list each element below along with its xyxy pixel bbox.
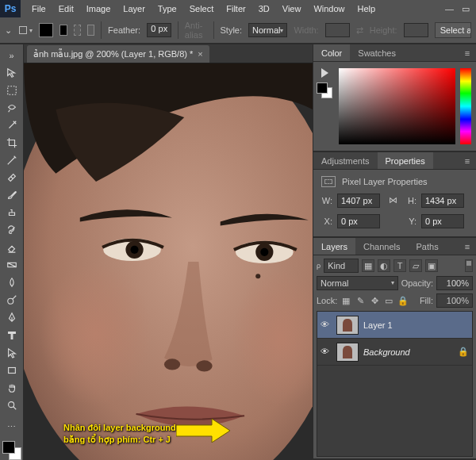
hue-slider[interactable] <box>460 68 471 144</box>
window-minimize-icon[interactable]: — <box>445 4 454 13</box>
prop-x-input[interactable]: 0 px <box>337 214 380 228</box>
layers-panel: Layers Channels Paths ≡ ρ Kind ▦ ◐ T ▱ <box>313 238 476 460</box>
filter-adjust-icon[interactable]: ◐ <box>378 259 390 272</box>
collapse-tools-icon[interactable]: » <box>2 48 21 63</box>
visibility-toggle-icon[interactable]: 👁 <box>321 347 332 358</box>
path-selection-tool[interactable] <box>2 345 21 361</box>
feather-input[interactable]: 0 px <box>147 23 171 37</box>
color-field[interactable] <box>339 68 455 144</box>
move-tool[interactable] <box>2 65 21 81</box>
svg-rect-0 <box>7 86 16 95</box>
filter-shape-icon[interactable]: ▱ <box>409 259 422 272</box>
select-and-mask-button[interactable]: Select and <box>435 22 471 38</box>
tab-swatches[interactable]: Swatches <box>350 44 404 61</box>
lock-all-icon[interactable]: 🔒 <box>397 295 409 306</box>
eyedropper-tool[interactable] <box>2 152 21 168</box>
tab-color[interactable]: Color <box>313 44 350 61</box>
edit-toolbar-icon[interactable]: ⋯ <box>2 419 21 435</box>
lasso-tool[interactable] <box>2 100 21 116</box>
menu-type[interactable]: Type <box>152 0 183 17</box>
prop-y-input[interactable]: 0 px <box>421 214 464 228</box>
tab-properties[interactable]: Properties <box>378 152 433 169</box>
fill-input[interactable]: 100% <box>436 293 473 308</box>
blur-tool[interactable] <box>2 274 21 290</box>
fill-swatch[interactable] <box>39 23 53 37</box>
document-canvas[interactable]: Nhân đôi layer background bằng tổ hợp ph… <box>24 63 313 460</box>
tab-layers[interactable]: Layers <box>313 238 355 255</box>
window-maximize-icon[interactable]: ▭ <box>462 4 470 14</box>
layer-name[interactable]: Background <box>363 347 453 357</box>
layer-thumbnail[interactable] <box>336 343 359 362</box>
zoom-tool[interactable] <box>2 397 21 413</box>
marquee-preset-icon[interactable] <box>19 26 27 34</box>
gradient-tool[interactable] <box>2 257 21 273</box>
selection-subtract-icon[interactable] <box>87 25 94 36</box>
menu-image[interactable]: Image <box>80 0 117 17</box>
healing-brush-tool[interactable] <box>2 170 21 186</box>
filter-smart-icon[interactable]: ▣ <box>425 259 438 272</box>
menu-file[interactable]: File <box>25 0 52 17</box>
menu-window[interactable]: Window <box>307 0 351 17</box>
layer-name[interactable]: Layer 1 <box>363 320 469 330</box>
filter-toggle[interactable] <box>465 259 473 272</box>
menu-view[interactable]: View <box>276 0 308 17</box>
menu-filter[interactable]: Filter <box>220 0 251 17</box>
filter-pixel-icon[interactable]: ▦ <box>362 259 374 272</box>
filter-type-icon[interactable]: T <box>393 259 406 272</box>
marquee-tool[interactable] <box>2 82 21 98</box>
layer-thumbnail[interactable] <box>336 316 359 335</box>
eraser-tool[interactable] <box>2 240 21 255</box>
menu-layer[interactable]: Layer <box>117 0 152 17</box>
svg-point-12 <box>260 248 268 256</box>
style-label: Style: <box>220 25 242 35</box>
pen-tool[interactable] <box>2 309 21 325</box>
close-tab-icon[interactable]: × <box>198 45 202 63</box>
history-brush-tool[interactable] <box>2 222 21 238</box>
link-wh-icon[interactable]: ⋈ <box>387 195 398 206</box>
layer-row[interactable]: 👁 Layer 1 <box>317 312 472 339</box>
opacity-input[interactable]: 100% <box>436 276 473 290</box>
opacity-label: Opacity: <box>401 278 433 288</box>
tab-channels[interactable]: Channels <box>355 238 408 255</box>
annotation-shortcut: Ctr + J <box>143 435 171 444</box>
lock-transparent-icon[interactable]: ▦ <box>340 295 351 306</box>
svg-point-4 <box>8 401 13 407</box>
layer-filter-kind[interactable]: Kind <box>324 259 359 273</box>
panel-menu-icon[interactable]: ≡ <box>459 152 476 169</box>
tool-preset-dropdown[interactable]: ⌄ <box>5 25 13 36</box>
color-fgbg-swatch[interactable] <box>317 82 332 98</box>
blend-mode-select[interactable]: Normal▾ <box>317 276 398 290</box>
visibility-toggle-icon[interactable]: 👁 <box>321 320 332 331</box>
fg-bg-swatches[interactable] <box>2 441 21 460</box>
lock-pixels-icon[interactable]: ✎ <box>355 295 366 306</box>
menu-3d[interactable]: 3D <box>252 0 276 17</box>
color-expand-icon[interactable] <box>321 68 328 78</box>
panel-menu-icon[interactable]: ≡ <box>459 238 476 255</box>
tab-paths[interactable]: Paths <box>409 238 447 255</box>
crop-tool[interactable] <box>2 135 21 151</box>
tab-adjustments[interactable]: Adjustments <box>313 152 378 169</box>
menu-edit[interactable]: Edit <box>52 0 80 17</box>
brush-tool[interactable] <box>2 187 21 203</box>
selection-intersect-icon[interactable] <box>74 25 81 36</box>
dodge-tool[interactable] <box>2 292 21 308</box>
style-select[interactable]: Normal ▾ <box>248 23 287 37</box>
prop-h-input[interactable]: 1434 px <box>421 194 464 208</box>
document-tabs: ảnh mẫu.jpg @ 200% (Layer 1, RGB/8) * × <box>24 44 313 63</box>
menu-help[interactable]: Help <box>351 0 382 17</box>
fill-mini-swatch[interactable] <box>60 25 67 36</box>
document-tab[interactable]: ảnh mẫu.jpg @ 200% (Layer 1, RGB/8) * × <box>27 45 209 63</box>
annotation-overlay: Nhân đôi layer background bằng tổ hợp ph… <box>63 422 176 446</box>
layer-row[interactable]: 👁 Background 🔒 <box>317 339 472 366</box>
lock-position-icon[interactable]: ✥ <box>369 295 380 306</box>
rectangle-tool[interactable] <box>2 362 21 378</box>
menu-select[interactable]: Select <box>183 0 221 17</box>
panel-menu-icon[interactable]: ≡ <box>459 44 476 61</box>
foreground-color-swatch[interactable] <box>2 441 15 454</box>
magic-wand-tool[interactable] <box>2 117 21 133</box>
lock-artboard-icon[interactable]: ▭ <box>383 295 394 306</box>
prop-w-input[interactable]: 1407 px <box>337 194 380 208</box>
type-tool[interactable] <box>2 328 21 343</box>
clone-stamp-tool[interactable] <box>2 205 21 220</box>
hand-tool[interactable] <box>2 380 21 396</box>
